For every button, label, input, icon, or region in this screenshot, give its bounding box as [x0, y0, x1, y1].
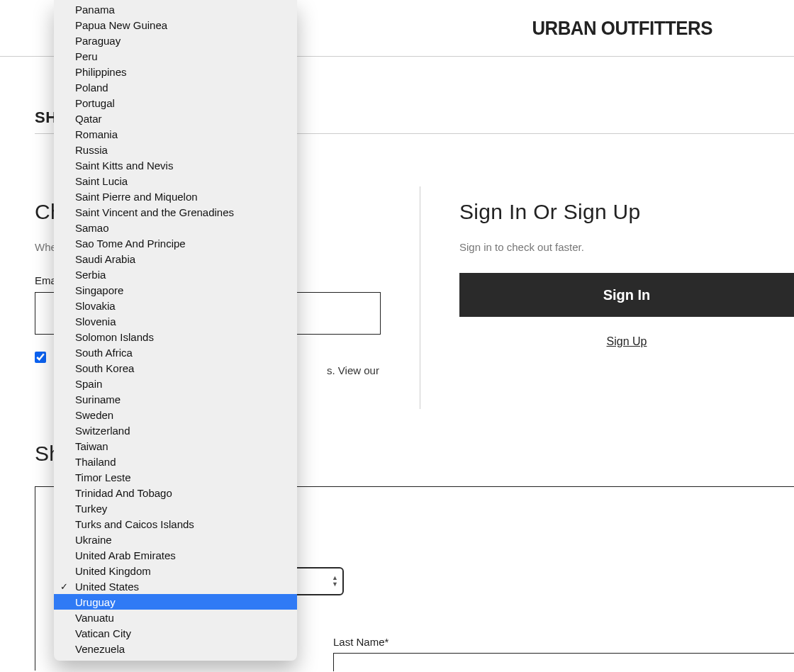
country-option-label: Vatican City — [75, 627, 131, 639]
brand-logo: URBAN OUTFITTERS — [532, 17, 783, 40]
lastname-label: Last Name* — [333, 636, 388, 648]
country-option-label: Samao — [75, 222, 109, 234]
country-option-label: Saint Vincent and the Grenadines — [75, 206, 234, 218]
country-option-label: Sweden — [75, 409, 113, 421]
signin-column: Sign In Or Sign Up Sign in to check out … — [459, 200, 794, 348]
country-option-label: Saudi Arabia — [75, 253, 135, 265]
country-option-label: Thailand — [75, 456, 116, 468]
country-option[interactable]: Turks and Caicos Islands — [54, 516, 297, 532]
country-option[interactable]: Saint Pierre and Miquelon — [54, 189, 297, 204]
country-option-label: Singapore — [75, 284, 123, 296]
country-option-label: Spain — [75, 378, 102, 390]
country-option-label: Taiwan — [75, 440, 108, 452]
country-option-label: Poland — [75, 82, 108, 94]
marketing-tail-text: s. View our — [327, 364, 379, 376]
country-option[interactable]: Switzerland — [54, 422, 297, 438]
country-option[interactable]: South Korea — [54, 360, 297, 376]
country-option[interactable]: Poland — [54, 79, 297, 95]
country-option[interactable]: United Arab Emirates — [54, 547, 297, 563]
country-option-label: Paraguay — [75, 35, 121, 47]
country-option[interactable]: Panama — [54, 1, 297, 17]
country-option[interactable]: Papua New Guinea — [54, 17, 297, 33]
country-option[interactable]: Turkey — [54, 500, 297, 516]
select-stepper-icon: ▲▼ — [332, 575, 338, 588]
signin-button[interactable]: Sign In — [459, 273, 794, 317]
country-option-label: Solomon Islands — [75, 331, 154, 343]
country-option-label: Portugal — [75, 97, 115, 109]
country-option[interactable]: Sweden — [54, 407, 297, 422]
country-option[interactable]: Qatar — [54, 111, 297, 126]
country-option-label: Slovenia — [75, 315, 116, 327]
lastname-field[interactable] — [333, 653, 794, 671]
country-option[interactable]: Serbia — [54, 267, 297, 282]
country-dropdown[interactable]: PanamaPapua New GuineaParaguayPeruPhilip… — [54, 0, 297, 661]
country-option[interactable]: Romania — [54, 126, 297, 142]
country-option[interactable]: Singapore — [54, 282, 297, 298]
signup-link[interactable]: Sign Up — [459, 335, 794, 348]
country-option[interactable]: United Kingdom — [54, 563, 297, 578]
country-option[interactable]: ✓United States — [54, 578, 297, 594]
country-option-label: Peru — [75, 50, 98, 62]
country-option[interactable]: Saudi Arabia — [54, 251, 297, 267]
country-option[interactable]: Slovenia — [54, 313, 297, 329]
country-option[interactable]: Solomon Islands — [54, 329, 297, 345]
country-option-label: South Africa — [75, 347, 133, 359]
country-option[interactable]: Russia — [54, 142, 297, 157]
country-option-label: Slovakia — [75, 300, 116, 312]
country-option-label: Sao Tome And Principe — [75, 237, 186, 250]
country-option-label: Turks and Caicos Islands — [75, 518, 194, 530]
country-option-label: Saint Pierre and Miquelon — [75, 191, 198, 203]
country-option[interactable]: Paraguay — [54, 33, 297, 48]
country-option[interactable]: Trinidad And Tobago — [54, 485, 297, 500]
country-option-label: Timor Leste — [75, 471, 131, 483]
country-option-label: Panama — [75, 4, 115, 16]
country-option[interactable]: Uruguay — [54, 594, 297, 610]
country-option-label: Papua New Guinea — [75, 19, 167, 31]
marketing-checkbox[interactable] — [35, 352, 46, 363]
country-option[interactable]: Ukraine — [54, 532, 297, 547]
country-option[interactable]: Taiwan — [54, 438, 297, 454]
country-option-label: Qatar — [75, 113, 102, 125]
country-option[interactable]: Saint Kitts and Nevis — [54, 157, 297, 173]
country-option-label: Uruguay — [75, 596, 116, 608]
signin-heading: Sign In Or Sign Up — [459, 200, 794, 224]
country-option-label: Philippines — [75, 66, 127, 78]
country-option[interactable]: Portugal — [54, 95, 297, 111]
country-option[interactable]: Suriname — [54, 391, 297, 407]
country-option-label: South Korea — [75, 362, 134, 374]
country-option[interactable]: Samao — [54, 220, 297, 235]
country-option[interactable]: Vanuatu — [54, 610, 297, 625]
country-option[interactable]: Saint Lucia — [54, 173, 297, 189]
country-option-label: United Arab Emirates — [75, 549, 176, 561]
country-option[interactable]: South Africa — [54, 345, 297, 360]
country-option[interactable]: Timor Leste — [54, 469, 297, 485]
country-option[interactable]: Vatican City — [54, 625, 297, 641]
country-option-label: Serbia — [75, 269, 106, 281]
country-option-label: Romania — [75, 128, 118, 140]
country-option-label: Saint Kitts and Nevis — [75, 159, 173, 172]
country-option-label: Suriname — [75, 393, 121, 405]
country-option-label: Venezuela — [75, 643, 125, 655]
vertical-divider — [420, 186, 420, 409]
country-option-label: Switzerland — [75, 425, 130, 437]
country-option-label: Ukraine — [75, 534, 112, 546]
country-option[interactable]: Sao Tome And Principe — [54, 235, 297, 251]
country-option[interactable]: Slovakia — [54, 298, 297, 313]
country-option[interactable]: Saint Vincent and the Grenadines — [54, 204, 297, 220]
signin-button-label: Sign In — [603, 287, 651, 303]
country-option-label: Trinidad And Tobago — [75, 487, 172, 499]
country-option[interactable]: Philippines — [54, 64, 297, 79]
signin-helper: Sign in to check out faster. — [459, 241, 794, 253]
country-option-label: United States — [75, 581, 139, 593]
country-option[interactable]: Peru — [54, 48, 297, 64]
country-option[interactable]: Venezuela — [54, 641, 297, 656]
country-option[interactable]: Thailand — [54, 454, 297, 469]
check-icon: ✓ — [60, 581, 68, 592]
country-option-label: Vanuatu — [75, 612, 114, 624]
country-option-label: Russia — [75, 144, 108, 156]
country-option[interactable]: Spain — [54, 376, 297, 391]
country-option-label: United Kingdom — [75, 565, 151, 577]
country-option-label: Saint Lucia — [75, 175, 128, 187]
country-option-label: Turkey — [75, 503, 107, 515]
